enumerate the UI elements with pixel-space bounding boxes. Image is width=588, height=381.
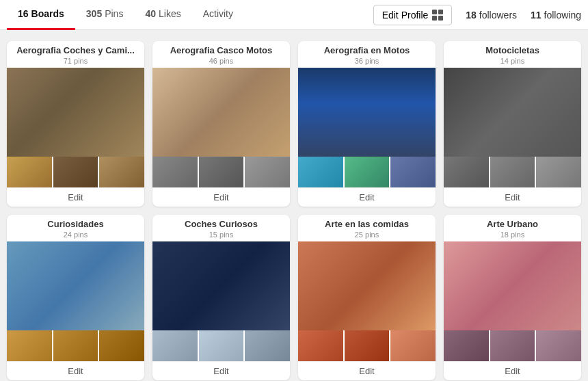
board-card: Arte Urbano 18 pins Edit	[444, 215, 581, 380]
followers-count: 18	[466, 10, 477, 21]
likes-count: 40	[145, 8, 156, 19]
board-card: Coches Curiosos 15 pins Edit	[152, 215, 290, 380]
following-stat: 11 following	[531, 10, 581, 21]
board-main-image	[298, 241, 436, 330]
board-title: Motocicletas	[444, 41, 581, 57]
board-pins-count: 71 pins	[7, 57, 144, 68]
boards-label: Boards	[31, 8, 64, 19]
board-thumbnails	[152, 330, 290, 361]
board-thumb-3	[245, 157, 290, 187]
board-main-image	[152, 241, 290, 330]
board-title: Arte Urbano	[444, 215, 581, 231]
board-thumb-3	[390, 330, 436, 361]
board-thumb-1	[298, 157, 343, 187]
board-thumbnails	[152, 157, 290, 187]
board-title: Aerografia en Motos	[298, 41, 436, 57]
follow-stats: 18 followers 11 following	[466, 10, 581, 21]
boards-count: 16	[18, 8, 29, 19]
board-thumb-2	[490, 330, 535, 361]
activity-label: Activity	[203, 8, 233, 19]
board-edit-button[interactable]: Edit	[7, 187, 144, 207]
board-card: Aerografia Casco Motos 46 pins Edit	[152, 41, 290, 207]
board-edit-button[interactable]: Edit	[298, 361, 436, 380]
following-label: following	[544, 10, 581, 21]
board-edit-button[interactable]: Edit	[298, 187, 436, 207]
board-thumb-2	[53, 157, 98, 187]
likes-label: Likes	[159, 8, 181, 19]
board-thumb-2	[345, 157, 390, 187]
pins-count: 305	[86, 8, 102, 19]
board-thumbnails	[298, 157, 436, 187]
board-main-image	[444, 241, 581, 330]
board-thumb-1	[7, 157, 52, 187]
board-thumb-1	[152, 157, 198, 187]
board-title: Arte en las comidas	[298, 215, 436, 231]
edit-profile-button[interactable]: Edit Profile	[373, 5, 453, 25]
board-card: Aerografia Coches y Cami... 71 pins Edit	[7, 41, 144, 207]
board-pins-count: 14 pins	[444, 57, 581, 68]
tab-pins[interactable]: 305 Pins	[75, 0, 135, 30]
top-nav: 16 Boards 305 Pins 40 Likes Activity Edi…	[0, 0, 588, 30]
board-thumb-1	[7, 330, 52, 361]
board-pins-count: 46 pins	[152, 57, 290, 68]
board-card: Curiosidades 24 pins Edit	[7, 215, 144, 380]
board-pins-count: 18 pins	[444, 231, 581, 241]
followers-label: followers	[479, 10, 517, 21]
board-edit-button[interactable]: Edit	[444, 361, 581, 380]
edit-profile-label: Edit Profile	[382, 10, 429, 21]
board-thumbnails	[298, 330, 436, 361]
following-count: 11	[531, 10, 542, 21]
grid-icon	[432, 10, 443, 21]
board-card: Motocicletas 14 pins Edit	[444, 41, 581, 207]
board-main-image	[298, 68, 436, 157]
board-edit-button[interactable]: Edit	[444, 187, 581, 207]
board-thumb-3	[245, 330, 290, 361]
tab-likes[interactable]: 40 Likes	[134, 0, 191, 30]
board-thumbnails	[444, 157, 581, 187]
board-thumbnails	[444, 330, 581, 361]
board-pins-count: 36 pins	[298, 57, 436, 68]
board-thumb-2	[345, 330, 390, 361]
board-thumb-1	[152, 330, 198, 361]
board-edit-button[interactable]: Edit	[152, 361, 290, 380]
board-card: Arte en las comidas 25 pins Edit	[298, 215, 436, 380]
board-main-image	[7, 68, 144, 157]
pins-label: Pins	[105, 8, 123, 19]
board-thumb-3	[536, 157, 581, 187]
board-thumb-1	[444, 330, 489, 361]
board-thumb-2	[199, 157, 244, 187]
boards-grid: Aerografia Coches y Cami... 71 pins Edit…	[0, 30, 588, 381]
board-card: Aerografia en Motos 36 pins Edit	[298, 41, 436, 207]
board-thumb-3	[99, 330, 144, 361]
board-thumbnails	[7, 330, 144, 361]
board-thumb-3	[536, 330, 581, 361]
board-thumb-2	[199, 330, 244, 361]
board-main-image	[7, 241, 144, 330]
board-thumb-1	[298, 330, 343, 361]
board-pins-count: 25 pins	[298, 231, 436, 241]
nav-tabs: 16 Boards 305 Pins 40 Likes Activity	[7, 0, 244, 30]
board-title: Aerografia Coches y Cami...	[7, 41, 144, 57]
board-thumb-3	[99, 157, 144, 187]
board-main-image	[152, 68, 290, 157]
board-edit-button[interactable]: Edit	[7, 361, 144, 380]
board-edit-button[interactable]: Edit	[152, 187, 290, 207]
board-pins-count: 15 pins	[152, 231, 290, 241]
board-title: Coches Curiosos	[152, 215, 290, 231]
board-main-image	[444, 68, 581, 157]
board-title: Curiosidades	[7, 215, 144, 231]
board-thumb-3	[390, 157, 436, 187]
board-title: Aerografia Casco Motos	[152, 41, 290, 57]
board-thumbnails	[7, 157, 144, 187]
board-thumb-2	[490, 157, 535, 187]
tab-boards[interactable]: 16 Boards	[7, 0, 75, 30]
board-thumb-2	[53, 330, 98, 361]
tab-activity[interactable]: Activity	[192, 0, 244, 30]
followers-stat: 18 followers	[466, 10, 517, 21]
board-pins-count: 24 pins	[7, 231, 144, 241]
board-thumb-1	[444, 157, 489, 187]
